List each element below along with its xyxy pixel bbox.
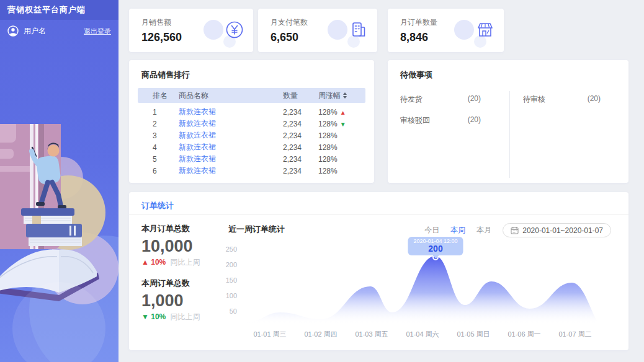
change-cell: 128%: [318, 167, 365, 175]
rank-cell: 3: [138, 131, 179, 140]
todo-col-left: 待发货 (20) 审核驳回 (20): [400, 94, 508, 136]
trend-up-icon: ▲: [340, 109, 346, 116]
y-tick: 200: [208, 257, 237, 273]
trend-down-icon: ▼: [340, 121, 346, 128]
x-axis: 01-01 周三 01-02 周四 01-03 周五 01-04 周六 01-0…: [243, 330, 628, 340]
tab-this-week[interactable]: 本周: [450, 225, 465, 236]
todo-title: 待做事项: [400, 69, 616, 81]
order-statistics-panel: 订单统计 本月订单总数 10,000 ▲ 10% 同比上周 本周订单总数 1,0…: [129, 192, 628, 350]
todo-list: 待发货 (20) 审核驳回 (20) 待审核 (20): [400, 94, 616, 136]
table-row: 4 新款连衣裙 2,234 128%: [138, 141, 365, 153]
x-tick: 01-07 周二: [558, 330, 591, 339]
qty-cell: 2,234: [283, 108, 318, 117]
todo-label: 审核驳回: [400, 115, 430, 126]
change-cell: 128%▲: [318, 108, 365, 117]
table-row: 2 新款连衣裙 2,234 128%▼: [138, 118, 365, 130]
stat-card-monthly-payments: 月支付笔数 6,650: [258, 9, 377, 52]
user-row: 用户名 退出登录: [0, 20, 119, 42]
trend-up-icon: ▲: [141, 258, 149, 267]
x-tick: 01-01 周三: [253, 330, 286, 339]
sidebar-header: 营销权益平台商户端: [0, 0, 119, 20]
todo-item-review-rejected[interactable]: 审核驳回 (20): [400, 115, 481, 126]
username-label: 用户名: [24, 26, 46, 37]
divider: [129, 214, 628, 215]
sort-icon[interactable]: [343, 92, 347, 99]
rank-cell: 2: [138, 120, 179, 128]
todo-count: (20): [588, 94, 601, 105]
todo-item-pending-review[interactable]: 待审核 (20): [523, 94, 601, 105]
app-title: 营销权益平台商户端: [7, 4, 86, 15]
chart-controls: 今日 本周 本月 2020-01-01~2020-01-07: [424, 223, 611, 237]
y-tick: 250: [208, 242, 237, 257]
col-quantity: 数量: [283, 90, 318, 101]
ranking-table: 排名 商品名称 数量 周涨幅 1 新款连衣裙 2,234 128%▲ 2 新款连…: [138, 88, 365, 177]
ranking-title: 商品销售排行: [141, 69, 365, 81]
tab-today[interactable]: 今日: [424, 225, 439, 236]
y-tick: 100: [208, 288, 237, 304]
todo-panel: 待做事项 待发货 (20) 审核驳回 (20) 待审核 (20): [388, 60, 628, 183]
logout-link[interactable]: 退出登录: [84, 27, 111, 36]
todo-count: (20): [468, 115, 481, 126]
qty-cell: 2,234: [283, 131, 318, 140]
y-tick: 150: [208, 273, 237, 288]
yen-circle-icon: [225, 20, 244, 40]
user-avatar-icon: [7, 25, 19, 37]
change-cell: 128%▼: [318, 120, 365, 128]
x-tick: 01-06 周一: [508, 330, 540, 339]
qty-cell: 2,234: [283, 155, 318, 164]
sidebar: 营销权益平台商户端 用户名 退出登录: [0, 0, 119, 362]
col-rank: 排名: [138, 90, 179, 101]
decor-circle: [203, 20, 223, 40]
tab-this-month[interactable]: 本月: [476, 225, 491, 236]
qty-cell: 2,234: [283, 143, 318, 152]
main-content: 月销售额 126,560 月支付笔数 6,650 月订单数量 8,846: [119, 0, 644, 362]
product-ranking-panel: 商品销售排行 排名 商品名称 数量 周涨幅 1 新款连衣裙 2,234 128%…: [129, 60, 374, 183]
change-cell: 128%: [318, 131, 365, 140]
calendar-icon: [511, 226, 519, 234]
x-tick: 01-02 周四: [304, 330, 337, 339]
table-row: 6 新款连衣裙 2,234 128%: [138, 165, 365, 177]
qty-cell: 2,234: [283, 167, 318, 175]
trend-down-icon: ▼: [141, 312, 149, 321]
divider: [509, 91, 510, 178]
change-cell: 128%: [318, 143, 365, 152]
date-range-value: 2020-01-01~2020-01-07: [522, 226, 603, 235]
sidebar-illustration: [0, 124, 119, 362]
x-tick: 01-04 周六: [406, 330, 439, 339]
decor-circle: [328, 20, 347, 40]
shop-icon: [475, 20, 495, 40]
todo-item-pending-shipment[interactable]: 待发货 (20): [400, 94, 481, 105]
product-link[interactable]: 新款连衣裙: [179, 118, 283, 129]
todo-label: 待发货: [400, 94, 423, 105]
change-cell: 128%: [318, 155, 365, 164]
stat-card-monthly-orders: 月订单数量 8,846: [388, 9, 504, 52]
table-row: 1 新款连衣裙 2,234 128%▲: [138, 106, 365, 118]
table-row: 5 新款连衣裙 2,234 128%: [138, 153, 365, 165]
tooltip-value: 200: [413, 244, 457, 254]
date-range-picker[interactable]: 2020-01-01~2020-01-07: [503, 223, 611, 237]
chart-title: 近一周订单统计: [228, 224, 285, 235]
invoice-icon: [349, 20, 369, 40]
y-axis: 250 200 150 100 50: [208, 242, 237, 319]
todo-label: 待审核: [523, 94, 545, 105]
month-total-label: 本月订单总数: [141, 223, 235, 234]
table-row: 3 新款连衣裙 2,234 128%: [138, 130, 365, 141]
product-link[interactable]: 新款连衣裙: [179, 107, 283, 117]
rank-cell: 5: [138, 155, 179, 164]
rank-cell: 1: [138, 108, 179, 117]
todo-col-right: 待审核 (20): [508, 94, 616, 136]
qty-cell: 2,234: [283, 120, 318, 128]
rank-cell: 4: [138, 143, 179, 152]
col-weekly-change: 周涨幅: [318, 90, 365, 101]
ranking-table-header: 排名 商品名称 数量 周涨幅: [138, 88, 365, 103]
stat-card-monthly-sales: 月销售额 126,560: [129, 9, 253, 52]
product-link[interactable]: 新款连衣裙: [179, 130, 283, 141]
orders-title: 订单统计: [141, 200, 174, 211]
x-tick: 01-03 周五: [355, 330, 388, 339]
product-link[interactable]: 新款连衣裙: [179, 166, 283, 176]
product-link[interactable]: 新款连衣裙: [179, 154, 283, 164]
y-tick: 50: [208, 304, 237, 319]
product-link[interactable]: 新款连衣裙: [179, 142, 283, 152]
rank-cell: 6: [138, 167, 179, 175]
todo-count: (20): [468, 94, 481, 105]
